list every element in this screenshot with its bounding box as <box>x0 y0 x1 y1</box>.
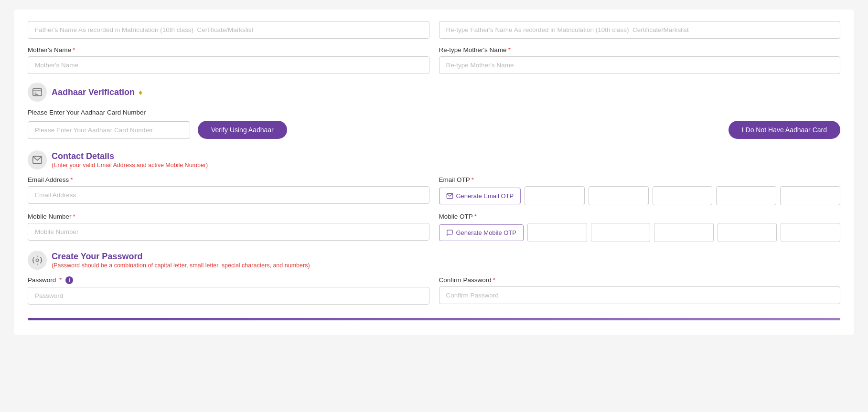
email-input[interactable] <box>28 186 429 204</box>
retype-fathers-name-input[interactable] <box>439 21 841 39</box>
fathers-name-input[interactable] <box>28 21 429 39</box>
mobile-otp-box-1[interactable] <box>527 223 587 242</box>
svg-point-6 <box>36 259 39 262</box>
mothers-name-label: Mother's Name* <box>28 46 429 53</box>
aadhaar-input-wrap <box>28 121 190 139</box>
mothers-name-input[interactable] <box>28 56 429 74</box>
mobile-row: Mobile Number* Mobile OTP* Generate Mobi… <box>28 213 840 242</box>
email-otp-box-2[interactable] <box>589 186 649 205</box>
email-label: Email Address* <box>28 176 429 183</box>
mothers-name-col: Mother's Name* <box>28 46 429 74</box>
bottom-bar <box>28 318 840 320</box>
retype-mothers-name-label: Re-type Mother's Name* <box>439 46 841 53</box>
password-col: Password * i <box>28 276 429 305</box>
contact-section-subtitle: (Enter your valid Email Address and acti… <box>52 162 208 169</box>
confirm-password-label: Confirm Password* <box>439 276 841 284</box>
aadhaar-section-header: Aadhaar Verification ♦ <box>28 83 840 102</box>
email-otp-col: Email OTP* Generate Email OTP <box>439 176 841 205</box>
aadhaar-input-row: Verify Using Aadhaar I Do Not Have Aadha… <box>28 121 840 139</box>
aadhaar-section-icon <box>28 83 47 102</box>
mobile-otp-box-4[interactable] <box>718 223 777 242</box>
password-section-subtitle: (Password should be a combination of cap… <box>52 262 310 269</box>
email-otp-box-1[interactable] <box>525 186 585 205</box>
password-section-header: Create Your Password (Password should be… <box>28 251 840 270</box>
generate-mobile-otp-button[interactable]: Generate Mobile OTP <box>439 224 524 241</box>
password-row: Password * i Confirm Password* <box>28 276 840 305</box>
mobile-otp-label: Mobile OTP* <box>439 213 841 220</box>
no-aadhaar-button[interactable]: I Do Not Have Aadhaar Card <box>729 121 840 139</box>
mobile-otp-box-3[interactable] <box>654 223 714 242</box>
password-section-icon <box>28 251 47 270</box>
email-otp-row: Generate Email OTP <box>439 186 841 205</box>
aadhaar-section-title: Aadhaar Verification <box>52 87 135 97</box>
email-otp-label: Email OTP* <box>439 176 841 183</box>
email-otp-box-5[interactable] <box>780 186 840 205</box>
registration-form: Mother's Name* Re-type Mother's Name* Aa… <box>14 10 854 335</box>
contact-title-wrap: Contact Details (Enter your valid Email … <box>52 151 208 169</box>
mobile-otp-box-2[interactable] <box>591 223 651 242</box>
fathers-name-col <box>28 21 429 39</box>
mobile-otp-row: Generate Mobile OTP <box>439 223 841 242</box>
retype-mothers-name-input[interactable] <box>439 56 841 74</box>
retype-fathers-name-col <box>439 21 841 39</box>
contact-section-header: Contact Details (Enter your valid Email … <box>28 150 840 169</box>
retype-mothers-name-col: Re-type Mother's Name* <box>439 46 841 74</box>
email-otp-box-3[interactable] <box>653 186 713 205</box>
confirm-password-input[interactable] <box>439 286 841 304</box>
mobile-otp-box-5[interactable] <box>781 223 840 242</box>
password-input[interactable] <box>28 287 429 305</box>
email-otp-icon <box>446 192 453 200</box>
mobile-col: Mobile Number* <box>28 213 429 242</box>
aadhaar-title-wrap: Aadhaar Verification ♦ <box>52 87 142 97</box>
mobile-input[interactable] <box>28 223 429 241</box>
email-row: Email Address* Email OTP* Generate Email… <box>28 176 840 205</box>
generate-email-otp-button[interactable]: Generate Email OTP <box>439 188 521 204</box>
contact-section-icon <box>28 150 47 169</box>
email-col: Email Address* <box>28 176 429 205</box>
password-label: Password * i <box>28 276 429 284</box>
aadhaar-instruction: Please Enter Your Aadhaar Card Number <box>28 108 840 116</box>
verify-aadhaar-button[interactable]: Verify Using Aadhaar <box>198 121 287 139</box>
mothers-name-row: Mother's Name* Re-type Mother's Name* <box>28 46 840 74</box>
mobile-otp-icon <box>446 229 453 236</box>
fathers-name-row <box>28 21 840 39</box>
password-section-title: Create Your Password <box>52 252 310 262</box>
aadhaar-warning-icon: ♦ <box>139 88 142 96</box>
email-otp-box-4[interactable] <box>716 186 776 205</box>
password-info-icon[interactable]: i <box>65 276 73 284</box>
contact-section-title: Contact Details <box>52 151 208 161</box>
aadhaar-number-input[interactable] <box>28 121 190 139</box>
mobile-otp-col: Mobile OTP* Generate Mobile OTP <box>439 213 841 242</box>
password-title-wrap: Create Your Password (Password should be… <box>52 252 310 269</box>
mobile-label: Mobile Number* <box>28 213 429 220</box>
confirm-password-col: Confirm Password* <box>439 276 841 305</box>
